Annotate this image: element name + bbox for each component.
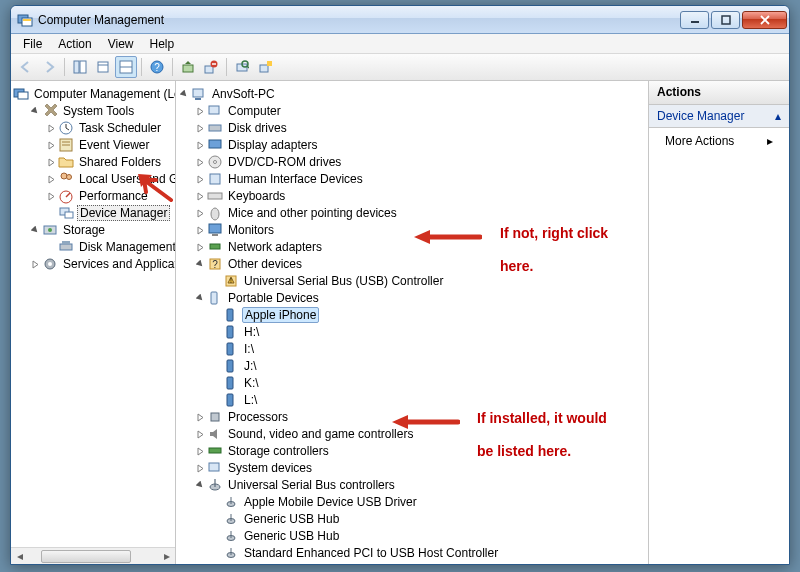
expander-expand-icon[interactable] — [194, 445, 207, 458]
node-generic-hub[interactable]: Generic USB Hub — [210, 511, 646, 527]
forward-button[interactable] — [38, 56, 60, 78]
expander-expand-icon[interactable] — [194, 122, 207, 135]
console-tree-pane: Computer Management (Local System Tools … — [11, 81, 176, 564]
expander-expand-icon[interactable] — [45, 122, 58, 135]
node-display-adapters[interactable]: Display adapters — [194, 137, 646, 153]
svg-rect-47 — [209, 125, 221, 131]
scan-hardware-button[interactable] — [231, 56, 253, 78]
keyboard-icon — [207, 188, 223, 204]
actions-section-device-manager[interactable]: Device Manager ▴ — [649, 105, 789, 128]
help-button[interactable]: ? — [146, 56, 168, 78]
svg-rect-2 — [23, 19, 31, 21]
expander-expand-icon[interactable] — [194, 105, 207, 118]
node-usb-controllers[interactable]: Universal Serial Bus controllers — [194, 477, 646, 493]
node-std-enhanced[interactable]: Standard Enhanced PCI to USB Host Contro… — [210, 562, 646, 564]
expander-expand-icon[interactable] — [194, 462, 207, 475]
properties-button[interactable] — [92, 56, 114, 78]
add-legacy-button[interactable] — [254, 56, 276, 78]
actions-more-actions[interactable]: More Actions ▸ — [649, 128, 789, 154]
item-label: More Actions — [665, 134, 734, 148]
expander-expand-icon[interactable] — [194, 224, 207, 237]
node-generic-hub[interactable]: Generic USB Hub — [210, 528, 646, 544]
node-label: Disk drives — [226, 121, 289, 135]
node-hid[interactable]: Human Interface Devices — [194, 171, 646, 187]
node-label: AnvSoft-PC — [210, 87, 277, 101]
node-shared-folders[interactable]: Shared Folders — [45, 154, 173, 170]
svg-rect-25 — [18, 92, 28, 99]
expander-expand-icon[interactable] — [45, 173, 58, 186]
svg-rect-37 — [65, 212, 73, 218]
mouse-icon — [207, 205, 223, 221]
node-disk-management[interactable]: Disk Management — [45, 239, 173, 255]
node-keyboards[interactable]: Keyboards — [194, 188, 646, 204]
expander-expand-icon[interactable] — [45, 139, 58, 152]
node-services-apps[interactable]: Services and Applications — [29, 256, 173, 272]
close-button[interactable] — [742, 11, 787, 29]
expander-collapse-icon[interactable] — [29, 224, 42, 237]
expander-expand-icon[interactable] — [194, 139, 207, 152]
node-apple-iphone[interactable]: Apple iPhone — [210, 307, 646, 323]
expander-collapse-icon[interactable] — [194, 479, 207, 492]
node-computer-management[interactable]: Computer Management (Local — [13, 86, 173, 102]
separator — [172, 58, 173, 76]
expander-expand-icon[interactable] — [194, 241, 207, 254]
node-system-tools[interactable]: System Tools — [29, 103, 173, 119]
expander-expand-icon[interactable] — [45, 190, 58, 203]
menu-file[interactable]: File — [15, 35, 50, 53]
node-device-manager[interactable]: Device Manager — [45, 205, 173, 221]
update-driver-button[interactable] — [177, 56, 199, 78]
node-storage-controllers[interactable]: Storage controllers — [194, 443, 646, 459]
node-storage[interactable]: Storage — [29, 222, 173, 238]
view-mode-button[interactable] — [115, 56, 137, 78]
menu-action[interactable]: Action — [50, 35, 99, 53]
node-label: Storage — [61, 223, 107, 237]
node-drive-k[interactable]: K:\ — [210, 375, 646, 391]
show-hide-tree-button[interactable] — [69, 56, 91, 78]
expander-expand-icon[interactable] — [29, 258, 42, 271]
node-task-scheduler[interactable]: Task Scheduler — [45, 120, 173, 136]
device-tree[interactable]: AnvSoft-PC Computer Disk drives Display … — [176, 81, 648, 564]
node-drive-i[interactable]: I:\ — [210, 341, 646, 357]
node-std-enhanced[interactable]: Standard Enhanced PCI to USB Host Contro… — [210, 545, 646, 561]
expander-expand-icon[interactable] — [45, 156, 58, 169]
annotation-arrow — [390, 413, 460, 431]
node-label: Task Scheduler — [77, 121, 163, 135]
expander-expand-icon[interactable] — [194, 173, 207, 186]
expander-collapse-icon[interactable] — [178, 88, 191, 101]
node-computer[interactable]: Computer — [194, 103, 646, 119]
expander-expand-icon[interactable] — [194, 411, 207, 424]
expander-collapse-icon[interactable] — [194, 258, 207, 271]
node-drive-j[interactable]: J:\ — [210, 358, 646, 374]
node-mice[interactable]: Mice and other pointing devices — [194, 205, 646, 221]
annotation-arrow — [412, 228, 482, 246]
node-drive-h[interactable]: H:\ — [210, 324, 646, 340]
horizontal-scrollbar[interactable]: ◂ ▸ — [11, 547, 175, 564]
scroll-thumb[interactable] — [41, 550, 131, 563]
node-system-devices[interactable]: System devices — [194, 460, 646, 476]
node-pc-root[interactable]: AnvSoft-PC — [178, 86, 646, 102]
expander-collapse-icon[interactable] — [29, 105, 42, 118]
expander-collapse-icon[interactable] — [194, 292, 207, 305]
titlebar[interactable]: Computer Management — [11, 6, 789, 34]
uninstall-button[interactable] — [200, 56, 222, 78]
scroll-right-icon[interactable]: ▸ — [158, 548, 175, 565]
node-dvd-cd[interactable]: DVD/CD-ROM drives — [194, 154, 646, 170]
monitor-icon — [207, 222, 223, 238]
maximize-button[interactable] — [711, 11, 740, 29]
expander-expand-icon[interactable] — [194, 190, 207, 203]
node-usb-controller-unknown[interactable]: !Universal Serial Bus (USB) Controller — [210, 273, 646, 289]
scroll-left-icon[interactable]: ◂ — [11, 548, 28, 565]
node-portable-devices[interactable]: Portable Devices — [194, 290, 646, 306]
node-disk-drives[interactable]: Disk drives — [194, 120, 646, 136]
menu-help[interactable]: Help — [142, 35, 183, 53]
node-other-devices[interactable]: ?Other devices — [194, 256, 646, 272]
expander-expand-icon[interactable] — [194, 207, 207, 220]
node-drive-l[interactable]: L:\ — [210, 392, 646, 408]
menu-view[interactable]: View — [100, 35, 142, 53]
expander-expand-icon[interactable] — [194, 428, 207, 441]
expander-expand-icon[interactable] — [194, 156, 207, 169]
minimize-button[interactable] — [680, 11, 709, 29]
node-event-viewer[interactable]: Event Viewer — [45, 137, 173, 153]
back-button[interactable] — [15, 56, 37, 78]
node-apple-mobile-driver[interactable]: Apple Mobile Device USB Driver — [210, 494, 646, 510]
